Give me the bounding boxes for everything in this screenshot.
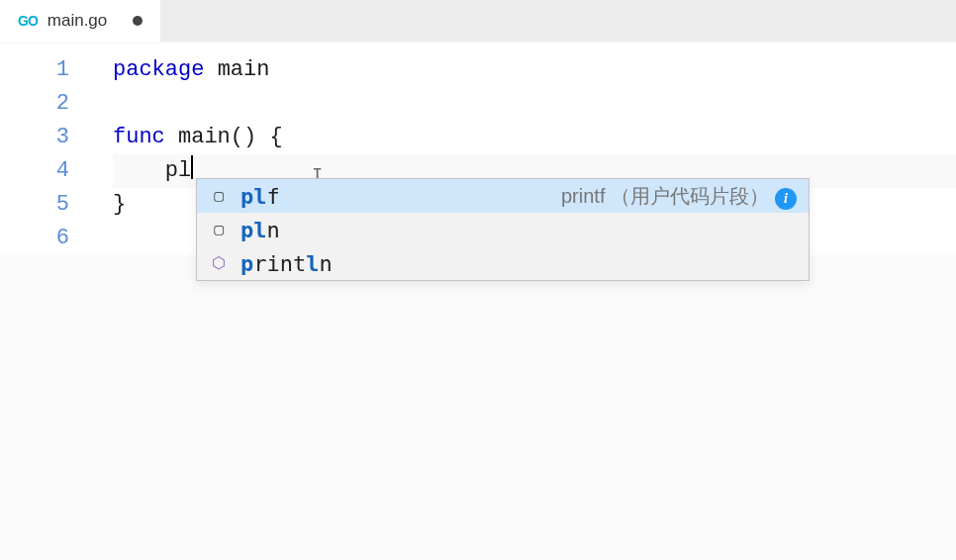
code-line: func main() { [113, 121, 956, 154]
line-number: 3 [0, 121, 69, 154]
line-number: 4 [0, 154, 69, 188]
suggestion-label: plf [240, 184, 280, 209]
line-number: 5 [0, 188, 69, 222]
go-file-icon: GO [18, 13, 38, 29]
function-icon [209, 253, 229, 273]
snippet-icon [209, 220, 229, 239]
autocomplete-popup: plf printf （用户代码片段）i pln println [196, 178, 810, 281]
code-line: package main [113, 53, 956, 87]
suggestion-label: pln [240, 218, 280, 242]
suggestion-item-plf[interactable]: plf printf （用户代码片段）i [197, 179, 809, 213]
info-icon[interactable]: i [775, 188, 797, 210]
tab-filename: main.go [48, 11, 107, 31]
suggestion-item-pln[interactable]: pln [197, 213, 809, 246]
unsaved-indicator-icon [133, 16, 143, 26]
code-line [113, 87, 956, 121]
tab-bar: GO main.go [0, 0, 956, 42]
suggestion-item-println[interactable]: println [197, 246, 809, 280]
text-cursor [191, 155, 193, 179]
line-number: 2 [0, 87, 69, 121]
line-number: 1 [0, 53, 69, 87]
line-number: 6 [0, 222, 69, 255]
tab-main-go[interactable]: GO main.go [0, 0, 160, 42]
suggestion-detail: printf （用户代码片段）i [561, 183, 797, 210]
suggestion-label: println [240, 251, 333, 276]
snippet-icon [209, 186, 229, 206]
line-number-gutter: 1 2 3 4 5 6 [0, 44, 87, 255]
